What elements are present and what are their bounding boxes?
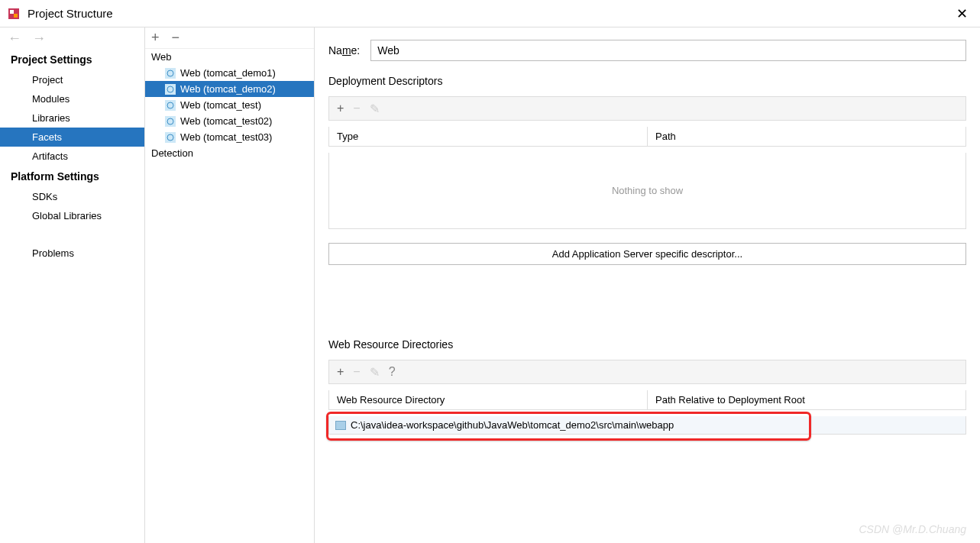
wrd-path-text: C:\java\idea-workspace\github\JavaWeb\to… [351,419,674,431]
edit-icon: ✎ [370,102,380,116]
svg-rect-7 [165,100,176,111]
svg-rect-3 [165,68,176,79]
col-wrd: Web Resource Directory [329,390,648,409]
nav-sdks[interactable]: SDKs [0,187,144,206]
titlebar: Project Structure ✕ [0,0,980,27]
facets-panel: + − Web Web (tomcat_demo1) Web (tomcat_d… [145,27,315,543]
wrd-row[interactable]: C:\java\idea-workspace\github\JavaWeb\to… [328,416,966,435]
nav-forward-icon[interactable]: → [32,31,46,47]
name-input[interactable] [370,40,966,61]
dep-desc-toolbar: + − ✎ [328,96,966,121]
tree-detection[interactable]: Detection [145,145,314,161]
add-icon[interactable]: + [151,30,160,46]
help-icon[interactable]: ? [389,365,396,379]
tree-item[interactable]: Web (tomcat_test) [145,97,314,113]
col-path: Path [648,127,965,146]
left-nav-panel: ← → Project Settings Project Modules Lib… [0,27,145,543]
close-icon[interactable]: ✕ [952,5,972,22]
tree-root-web[interactable]: Web [145,49,314,65]
svg-rect-11 [165,132,176,143]
facet-details-panel: Name: Deployment Descriptors + − ✎ Type … [315,27,980,543]
web-resource-dirs-title: Web Resource Directories [328,338,966,351]
dep-desc-empty: Nothing to show [328,153,966,229]
svg-rect-1 [10,10,14,14]
nav-modules[interactable]: Modules [0,89,144,108]
tree-item[interactable]: Web (tomcat_demo1) [145,65,314,81]
category-platform-settings: Platform Settings [0,166,144,187]
web-facet-icon [165,84,176,95]
nav-back-icon[interactable]: ← [8,31,21,47]
svg-rect-5 [165,84,176,95]
web-facet-icon [165,68,176,79]
tree-item[interactable]: Web (tomcat_test03) [145,129,314,145]
tree-item[interactable]: Web (tomcat_test02) [145,113,314,129]
category-project-settings: Project Settings [0,49,144,70]
tree-item[interactable]: Web (tomcat_demo2) [145,81,314,97]
remove-icon: − [353,102,360,115]
remove-icon: − [353,365,360,379]
svg-rect-2 [14,14,18,18]
add-descriptor-button[interactable]: Add Application Server specific descript… [328,243,966,265]
intellij-icon [8,8,20,20]
svg-rect-9 [165,116,176,127]
name-label: Name: [328,44,360,57]
nav-facets[interactable]: Facets [0,128,144,147]
folder-icon [335,421,346,430]
remove-icon[interactable]: − [172,30,180,46]
edit-icon: ✎ [370,365,380,380]
web-facet-icon [165,116,176,127]
add-icon[interactable]: + [337,365,344,379]
window-title: Project Structure [27,7,952,20]
web-facet-icon [165,132,176,143]
nav-problems[interactable]: Problems [0,244,144,263]
watermark: CSDN @Mr.D.Chuang [859,523,966,535]
nav-global-libraries[interactable]: Global Libraries [0,206,144,225]
wrd-toolbar: + − ✎ ? [328,360,966,384]
web-facet-icon [165,100,176,111]
col-type: Type [329,127,648,146]
col-path-rel: Path Relative to Deployment Root [648,390,965,409]
nav-project[interactable]: Project [0,70,144,89]
nav-artifacts[interactable]: Artifacts [0,147,144,166]
add-icon[interactable]: + [337,102,344,115]
nav-libraries[interactable]: Libraries [0,108,144,128]
deployment-descriptors-title: Deployment Descriptors [328,75,966,87]
